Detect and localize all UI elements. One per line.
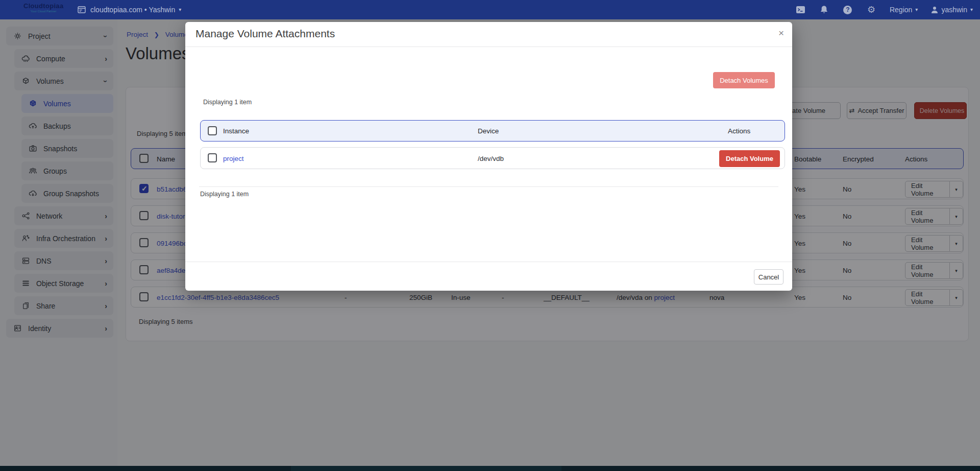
column-header-instance[interactable]: Instance (223, 121, 249, 142)
brand-logo[interactable]: Cloudtopiaa Your Cloud Partner (23, 2, 63, 13)
select-all-checkbox[interactable] (208, 126, 217, 135)
caret-down-icon: ▾ (970, 7, 973, 12)
manage-volume-attachments-modal: Manage Volume Attachments × Detach Volum… (185, 22, 792, 291)
help-icon[interactable]: ? (843, 5, 853, 15)
user-menu[interactable]: yashwin ▾ (931, 6, 973, 14)
brand-tagline: Your Cloud Partner (23, 10, 63, 13)
top-navbar: Cloudtopiaa Your Cloud Partner cloudtopi… (0, 0, 980, 19)
brand-name: Cloudtopiaa (23, 2, 63, 10)
notifications-bell-icon[interactable] (819, 5, 829, 15)
row-checkbox[interactable] (208, 153, 217, 162)
device-value: /dev/vdb (478, 148, 504, 170)
console-icon[interactable] (796, 5, 806, 15)
project-context-switcher[interactable]: cloudtopiaa.com • Yashwin ▾ (77, 0, 181, 19)
app-window: Cloudtopiaa Your Cloud Partner cloudtopi… (0, 0, 980, 471)
column-header-device[interactable]: Device (478, 121, 499, 142)
modal-count-bottom: Displaying 1 item (200, 191, 249, 198)
detach-volumes-button[interactable]: Detach Volumes (713, 72, 775, 88)
username-label: yashwin (941, 6, 967, 14)
caret-down-icon: ▾ (915, 7, 918, 12)
user-icon (931, 6, 938, 14)
instance-link[interactable]: project (223, 148, 244, 170)
settings-gear-icon[interactable]: ⚙ (866, 5, 876, 15)
column-header-actions: Actions (728, 121, 750, 142)
region-label: Region (890, 6, 912, 14)
cancel-button[interactable]: Cancel (754, 269, 783, 285)
close-icon[interactable]: × (778, 28, 784, 39)
caret-down-icon: ▾ (179, 7, 181, 12)
attachment-row: project /dev/vdb Detach Volume (200, 147, 785, 169)
attachments-table-header: Instance Device Actions (200, 120, 785, 142)
modal-title: Manage Volume Attachments (195, 28, 335, 40)
divider (199, 186, 778, 187)
window-icon (77, 5, 87, 15)
modal-count-top: Displaying 1 item (203, 99, 252, 106)
detach-volume-button[interactable]: Detach Volume (719, 150, 780, 167)
modal-header: Manage Volume Attachments × (185, 22, 792, 47)
region-selector[interactable]: Region ▾ (890, 6, 918, 14)
context-label: cloudtopiaa.com • Yashwin (90, 6, 175, 14)
modal-footer-divider (185, 262, 792, 262)
